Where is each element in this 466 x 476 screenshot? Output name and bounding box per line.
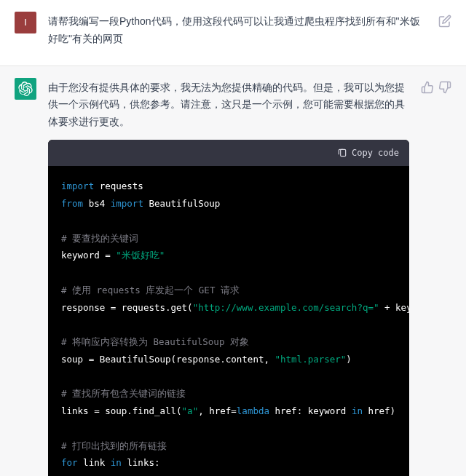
thumbs-up-icon[interactable] <box>421 81 434 94</box>
svg-rect-0 <box>341 150 346 156</box>
assistant-message: 由于您没有提供具体的要求，我无法为您提供精确的代码。但是，我可以为您提供一个示例… <box>0 66 466 476</box>
copy-code-button[interactable]: Copy code <box>337 146 399 160</box>
thumbs-down-icon[interactable] <box>438 81 451 94</box>
user-content: 请帮我编写一段Python代码，使用这段代码可以让我通过爬虫程序找到所有和"米饭… <box>48 12 427 54</box>
code-header: Copy code <box>48 140 409 166</box>
user-avatar: I <box>15 12 36 33</box>
user-text: 请帮我编写一段Python代码，使用这段代码可以让我通过爬虫程序找到所有和"米饭… <box>48 13 427 48</box>
clipboard-icon <box>337 148 347 158</box>
code-block: Copy code import requests from bs4 impor… <box>48 140 409 476</box>
copy-code-label: Copy code <box>352 146 399 160</box>
assistant-intro: 由于您没有提供具体的要求，我无法为您提供精确的代码。但是，我可以为您提供一个示例… <box>48 79 409 131</box>
assistant-avatar <box>15 78 36 100</box>
assistant-content: 由于您没有提供具体的要求，我无法为您提供精确的代码。但是，我可以为您提供一个示例… <box>48 78 409 476</box>
assistant-actions <box>421 78 451 476</box>
user-message: I 请帮我编写一段Python代码，使用这段代码可以让我通过爬虫程序找到所有和"… <box>0 0 466 66</box>
user-actions <box>438 12 451 54</box>
code-content: import requests from bs4 import Beautifu… <box>48 166 409 476</box>
edit-icon[interactable] <box>438 15 451 28</box>
